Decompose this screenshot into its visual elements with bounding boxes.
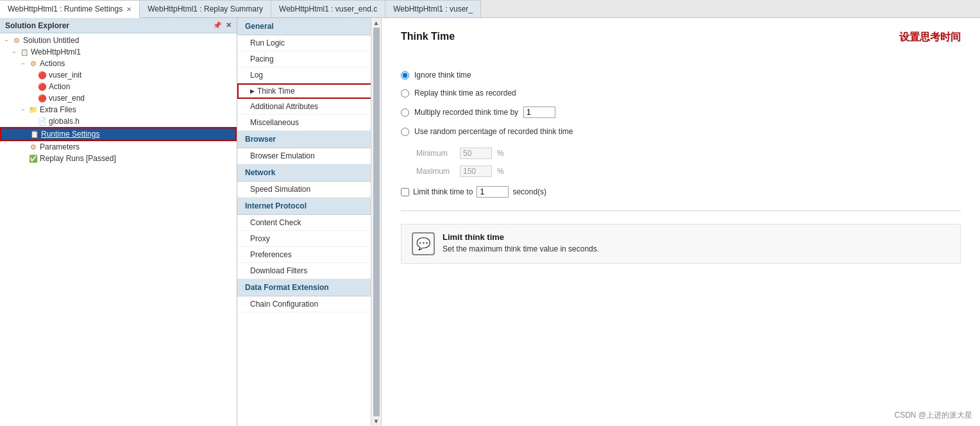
- radio-random[interactable]: [401, 128, 409, 136]
- maximum-unit: %: [497, 167, 504, 176]
- expand-icon: −: [18, 60, 28, 67]
- radio-multiply[interactable]: [401, 108, 409, 117]
- minimum-label: Minimum: [416, 149, 455, 158]
- limit-unit: second(s): [512, 187, 546, 196]
- nav-section-general: General: [237, 18, 381, 35]
- parameters-label: Parameters: [40, 142, 80, 151]
- tree-item-vuser-end[interactable]: 🔴 vuser_end: [0, 92, 237, 104]
- pin-icon[interactable]: 📌: [213, 21, 222, 30]
- tree-item-webhttphtml1[interactable]: − 📋 WebHttpHtml1: [0, 46, 237, 58]
- maximum-label: Maximum: [416, 167, 455, 176]
- webhttphtml1-icon: 📋: [19, 47, 30, 57]
- sub-options: Minimum % Maximum %: [416, 148, 961, 177]
- tree-item-action[interactable]: 🔴 Action: [0, 81, 237, 92]
- tree-item-extra-files[interactable]: − 📁 Extra Files: [0, 104, 237, 115]
- action-icon: 🔴: [37, 81, 47, 92]
- right-content: Think Time 设置思考时间 Ignore think time Repl…: [382, 18, 980, 426]
- nav-section-internet-protocol: Internet Protocol: [237, 198, 381, 215]
- info-icon: 💬: [416, 237, 430, 251]
- radio-multiply-label: Multiply recorded think time by: [414, 108, 518, 117]
- limit-label: Limit think time to: [413, 187, 473, 196]
- info-title: Limit think time: [443, 232, 599, 242]
- tab-vuser-end[interactable]: WebHttpHtml1 : vuser_end.c: [271, 0, 385, 17]
- minimum-unit: %: [497, 149, 504, 158]
- radio-ignore[interactable]: [401, 71, 409, 80]
- annotation: 设置思考时间: [899, 31, 961, 44]
- tab-bar: WebHttpHtml1 : Runtime Settings ✕ WebHtt…: [0, 0, 980, 18]
- nav-item-pacing[interactable]: Pacing: [237, 51, 381, 67]
- main-content: Solution Explorer 📌 ✕ − ⚙ Solution Untit…: [0, 18, 980, 426]
- nav-item-proxy[interactable]: Proxy: [237, 231, 381, 247]
- nav-item-log[interactable]: Log: [237, 67, 381, 83]
- vuser-init-icon: 🔴: [37, 70, 47, 80]
- scroll-thumb: [373, 28, 380, 416]
- expand-icon: −: [18, 106, 28, 113]
- tree-item-parameters[interactable]: ⚙ Parameters: [0, 141, 237, 153]
- nav-item-preferences[interactable]: Preferences: [237, 247, 381, 263]
- tree-item-replay-runs[interactable]: ✅ Replay Runs [Passed]: [0, 153, 237, 164]
- tree-item-actions[interactable]: − ⚙ Actions: [0, 58, 237, 69]
- divider: [401, 210, 961, 211]
- tab-replay-summary-label: WebHttpHtml1 : Replay Summary: [148, 4, 263, 13]
- runtime-settings-label: Runtime Settings: [41, 130, 99, 139]
- close-icon[interactable]: ✕: [226, 21, 232, 30]
- tree-item-runtime-settings[interactable]: 📋 Runtime Settings: [0, 127, 237, 141]
- solution-icon: ⚙: [12, 35, 22, 46]
- nav-section-network: Network: [237, 164, 381, 182]
- nav-item-chain-configuration[interactable]: Chain Configuration: [237, 296, 381, 312]
- nav-item-miscellaneous[interactable]: Miscellaneous: [237, 115, 381, 131]
- runtime-panel: General Run Logic Pacing Log Think Time …: [237, 18, 980, 426]
- info-icon-container: 💬: [412, 232, 435, 255]
- tab-close-icon[interactable]: ✕: [126, 6, 131, 13]
- actions-label: Actions: [40, 59, 65, 68]
- tree-item-solution[interactable]: − ⚙ Solution Untitled: [0, 35, 237, 46]
- solution-label: Solution Untitled: [23, 36, 79, 45]
- nav-section-browser: Browser: [237, 131, 381, 148]
- vuser-init-label: vuser_init: [49, 71, 81, 80]
- parameters-icon: ⚙: [28, 142, 38, 152]
- replay-runs-icon: ✅: [28, 153, 38, 164]
- limit-value-input[interactable]: [477, 186, 509, 198]
- multiply-value-input[interactable]: [523, 106, 555, 118]
- tab-runtime-settings[interactable]: WebHttpHtml1 : Runtime Settings ✕: [0, 0, 140, 18]
- nav-item-additional-attributes[interactable]: Additional Attributes: [237, 99, 381, 115]
- scroll-down-icon[interactable]: ▼: [373, 418, 380, 425]
- se-header-controls: 📌 ✕: [213, 21, 232, 30]
- minimum-input: [460, 148, 492, 159]
- nav-section-data-format-extension: Data Format Extension: [237, 279, 381, 296]
- runtime-settings-icon: 📋: [30, 129, 40, 139]
- tab-vuser[interactable]: WebHttpHtml1 : vuser_: [385, 0, 481, 17]
- expand-icon: −: [1, 37, 12, 44]
- action-label: Action: [49, 82, 70, 91]
- tab-replay-summary[interactable]: WebHttpHtml1 : Replay Summary: [140, 0, 271, 17]
- limit-think-time-row: Limit think time to second(s): [401, 186, 961, 198]
- maximum-input: [460, 166, 492, 177]
- nav-item-download-filters[interactable]: Download Filters: [237, 263, 381, 279]
- radio-random-label: Use random percentage of recorded think …: [414, 127, 573, 136]
- tab-vuser-end-label: WebHttpHtml1 : vuser_end.c: [279, 4, 377, 13]
- tab-runtime-settings-label: WebHttpHtml1 : Runtime Settings: [8, 4, 122, 13]
- radio-ignore-label: Ignore think time: [414, 71, 471, 80]
- limit-checkbox[interactable]: [401, 188, 409, 196]
- globals-label: globals.h: [49, 117, 80, 126]
- webhttphtml1-label: WebHttpHtml1: [31, 47, 81, 56]
- nav-item-think-time[interactable]: Think Time: [237, 83, 381, 99]
- nav-item-content-check[interactable]: Content Check: [237, 215, 381, 231]
- expand-icon: −: [9, 49, 19, 55]
- nav-item-speed-simulation[interactable]: Speed Simulation: [237, 182, 381, 198]
- scroll-up-icon[interactable]: ▲: [373, 19, 380, 26]
- info-text: Limit think time Set the maximum think t…: [443, 232, 599, 253]
- radio-replay[interactable]: [401, 89, 409, 98]
- nav-item-browser-emulation[interactable]: Browser Emulation: [237, 148, 381, 164]
- radio-row-ignore: Ignore think time: [401, 71, 961, 80]
- nav-item-run-logic[interactable]: Run Logic: [237, 35, 381, 51]
- solution-explorer-body: − ⚙ Solution Untitled − 📋 WebHttpHtml1 −…: [0, 33, 237, 426]
- tree-item-globals[interactable]: 📄 globals.h: [0, 115, 237, 127]
- radio-row-replay: Replay think time as recorded: [401, 89, 961, 98]
- nav-scrollbar: ▲ ▼: [371, 18, 381, 426]
- left-nav-container: General Run Logic Pacing Log Think Time …: [237, 18, 382, 426]
- radio-row-random: Use random percentage of recorded think …: [401, 127, 961, 136]
- extra-files-icon: 📁: [28, 105, 38, 115]
- tree-item-vuser-init[interactable]: 🔴 vuser_init: [0, 69, 237, 81]
- vuser-end-icon: 🔴: [37, 93, 47, 103]
